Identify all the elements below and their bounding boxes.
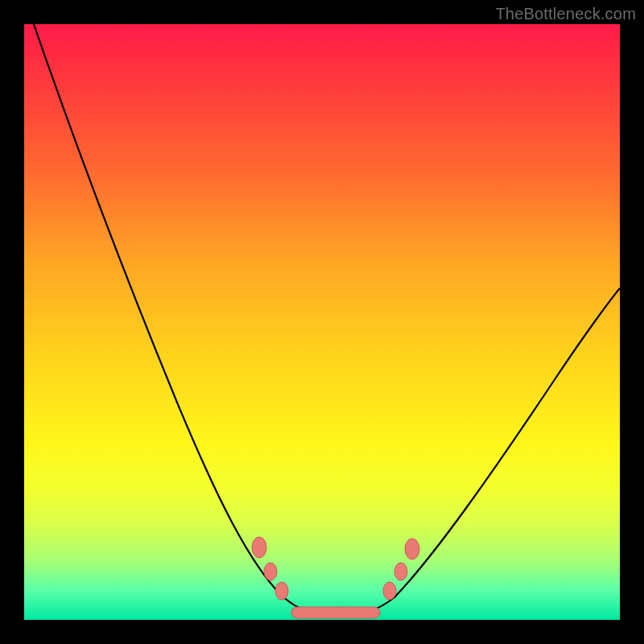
marker-bead — [264, 563, 277, 580]
bottleneck-curve — [28, 8, 620, 616]
marker-bead — [383, 582, 396, 600]
marker-bead — [394, 563, 407, 580]
marker-bead — [405, 539, 419, 559]
curve-svg — [24, 24, 620, 620]
marker-bead — [275, 582, 288, 600]
outer-frame: TheBottleneck.com — [0, 0, 644, 644]
plot-area — [24, 24, 620, 620]
watermark-text: TheBottleneck.com — [495, 5, 636, 23]
marker-bead — [252, 537, 266, 558]
marker-band — [291, 607, 380, 618]
